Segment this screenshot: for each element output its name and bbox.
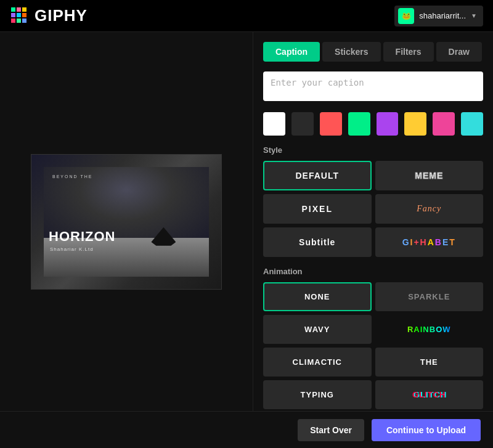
- main-content: BEYOND THE HORIZON Shahariar K.Ltd Capti…: [0, 32, 493, 411]
- start-over-button[interactable]: Start Over: [298, 419, 364, 441]
- color-swatch-purple[interactable]: [377, 112, 399, 136]
- logo-area: GIPHY: [10, 6, 88, 26]
- color-swatches: [263, 112, 483, 136]
- style-btn-default[interactable]: DEFAULT: [263, 161, 372, 190]
- color-swatch-pink[interactable]: [433, 112, 455, 136]
- controls-panel: Caption Stickers Filters Draw Style DEFA…: [253, 32, 493, 411]
- anim-btn-glitch[interactable]: GLITCH: [375, 380, 484, 409]
- tab-caption[interactable]: Caption: [263, 42, 320, 62]
- footer: Start Over Continue to Upload: [0, 411, 493, 448]
- tab-draw[interactable]: Draw: [436, 42, 482, 62]
- chevron-down-icon: ▼: [471, 12, 477, 19]
- color-swatch-cyan[interactable]: [461, 112, 483, 136]
- style-btn-fancy[interactable]: Fancy: [375, 194, 484, 224]
- tab-filters[interactable]: Filters: [383, 42, 434, 62]
- color-swatch-yellow[interactable]: [404, 112, 426, 136]
- color-swatch-white[interactable]: [263, 112, 285, 136]
- svg-rect-8: [22, 18, 26, 23]
- anim-btn-none[interactable]: NONE: [263, 282, 372, 311]
- animation-grid: NONE SPARKLE WAvy RAINBOW CLIMACTIC THE …: [263, 282, 483, 409]
- svg-rect-7: [17, 18, 21, 23]
- style-btn-alphabet[interactable]: GI+HABET: [375, 227, 484, 257]
- preview-inner: BEYOND THE HORIZON Shahariar K.Ltd: [44, 167, 209, 277]
- style-btn-pixel[interactable]: PIXEL: [263, 194, 372, 224]
- style-btn-meme[interactable]: MEME: [375, 161, 484, 190]
- user-name: shahariarrit...: [419, 11, 466, 20]
- preview-panel: BEYOND THE HORIZON Shahariar K.Ltd: [0, 32, 253, 411]
- preview-image: BEYOND THE HORIZON Shahariar K.Ltd: [31, 154, 222, 290]
- svg-rect-4: [17, 13, 21, 17]
- caption-input[interactable]: [263, 71, 483, 101]
- style-btn-subtitle[interactable]: Subtitle: [263, 227, 372, 257]
- continue-to-upload-button[interactable]: Continue to Upload: [372, 419, 481, 441]
- anim-btn-the[interactable]: THE: [375, 348, 484, 377]
- preview-title: HORIZON: [49, 230, 115, 243]
- color-swatch-red[interactable]: [320, 112, 342, 136]
- animation-section-label: Animation: [263, 267, 483, 276]
- preview-subtitle: Shahariar K.Ltd: [50, 246, 94, 252]
- svg-rect-3: [11, 13, 15, 17]
- anim-btn-climactic[interactable]: CLIMACTIC: [263, 348, 372, 377]
- svg-rect-0: [11, 7, 15, 12]
- anim-btn-wavy[interactable]: WAvy: [263, 315, 372, 344]
- svg-rect-5: [22, 13, 26, 17]
- preview-small-text: BEYOND THE: [52, 174, 92, 179]
- giphy-logo-icon: [10, 6, 30, 26]
- style-grid: DEFAULT MEME PIXEL Fancy Subtitle GI+HAB…: [263, 161, 483, 257]
- anim-btn-rainbow[interactable]: RAINBOW: [375, 315, 484, 344]
- svg-rect-6: [11, 18, 15, 23]
- anim-btn-sparkle[interactable]: SPARKLE: [375, 282, 484, 311]
- tab-bar: Caption Stickers Filters Draw: [263, 42, 483, 62]
- header: GIPHY 🐸 shahariarrit... ▼: [0, 0, 493, 32]
- color-swatch-black[interactable]: [291, 112, 314, 136]
- svg-rect-1: [17, 7, 21, 12]
- user-menu[interactable]: 🐸 shahariarrit... ▼: [394, 6, 483, 26]
- style-section-label: Style: [263, 145, 483, 155]
- logo-text: GIPHY: [35, 6, 88, 25]
- tab-stickers[interactable]: Stickers: [322, 42, 380, 62]
- anim-btn-typing[interactable]: TYPING: [263, 380, 372, 409]
- color-swatch-green[interactable]: [348, 112, 370, 136]
- user-avatar: 🐸: [398, 8, 414, 24]
- svg-rect-2: [22, 7, 26, 12]
